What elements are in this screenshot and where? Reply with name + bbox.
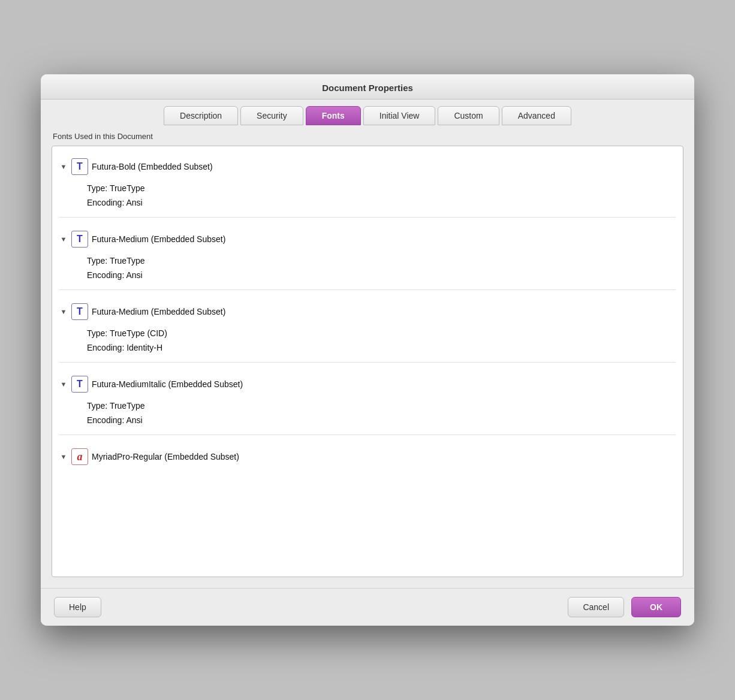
font-header[interactable]: ▼Futura-MediumItalic (Embedded Subset) [52, 373, 683, 395]
chevron-down-icon: ▼ [59, 307, 68, 316]
font-entry: ▼Futura-Medium (Embedded Subset)Type: Tr… [52, 225, 683, 297]
font-encoding: Encoding: Ansi [87, 413, 683, 427]
font-type: Type: TrueType [87, 181, 683, 195]
font-type-icon-t [71, 231, 88, 248]
font-name: MyriadPro-Regular (Embedded Subset) [92, 452, 239, 461]
fonts-list[interactable]: ▼Futura-Bold (Embedded Subset)Type: True… [52, 146, 683, 577]
tabs-bar: DescriptionSecurityFontsInitial ViewCust… [41, 99, 694, 125]
font-type-icon-t [71, 303, 88, 320]
font-name: Futura-Medium (Embedded Subset) [92, 234, 225, 244]
divider [59, 217, 676, 218]
font-name: Futura-Bold (Embedded Subset) [92, 162, 213, 171]
fonts-panel: ▼Futura-Bold (Embedded Subset)Type: True… [52, 146, 683, 577]
font-details: Type: TrueTypeEncoding: Ansi [52, 177, 683, 213]
font-details: Type: TrueTypeEncoding: Ansi [52, 250, 683, 286]
font-entry: ▼Futura-Medium (Embedded Subset)Type: Tr… [52, 297, 683, 370]
font-details: Type: TrueType (CID)Encoding: Identity-H [52, 322, 683, 358]
font-entry: ▼MyriadPro-Regular (Embedded Subset) [52, 442, 683, 471]
font-details: Type: TrueTypeEncoding: Ansi [52, 395, 683, 431]
help-button[interactable]: Help [54, 597, 101, 617]
document-properties-dialog: Document Properties DescriptionSecurityF… [41, 74, 694, 626]
ok-button[interactable]: OK [631, 597, 681, 617]
font-type: Type: TrueType [87, 254, 683, 268]
font-entry: ▼Futura-Bold (Embedded Subset)Type: True… [52, 152, 683, 225]
tab-initial-view[interactable]: Initial View [363, 106, 436, 125]
font-encoding: Encoding: Ansi [87, 268, 683, 282]
tab-description[interactable]: Description [164, 106, 238, 125]
font-entry: ▼Futura-MediumItalic (Embedded Subset)Ty… [52, 370, 683, 442]
font-type-icon-a [71, 448, 88, 465]
font-type-icon-t [71, 376, 88, 393]
tab-security[interactable]: Security [240, 106, 303, 125]
chevron-down-icon: ▼ [59, 452, 68, 461]
section-label: Fonts Used in this Document [52, 132, 683, 141]
tab-advanced[interactable]: Advanced [502, 106, 571, 125]
font-header[interactable]: ▼Futura-Bold (Embedded Subset) [52, 156, 683, 177]
font-type: Type: TrueType [87, 399, 683, 413]
font-type: Type: TrueType (CID) [87, 326, 683, 340]
content-area: Fonts Used in this Document ▼Futura-Bold… [41, 125, 694, 588]
font-header[interactable]: ▼Futura-Medium (Embedded Subset) [52, 301, 683, 322]
font-name: Futura-Medium (Embedded Subset) [92, 307, 225, 316]
font-header[interactable]: ▼MyriadPro-Regular (Embedded Subset) [52, 446, 683, 467]
font-encoding: Encoding: Identity-H [87, 340, 683, 355]
font-header[interactable]: ▼Futura-Medium (Embedded Subset) [52, 228, 683, 250]
cancel-button[interactable]: Cancel [568, 597, 624, 617]
divider [59, 362, 676, 363]
divider [59, 289, 676, 290]
bottom-bar: Help Cancel OK [41, 588, 694, 626]
chevron-down-icon: ▼ [59, 235, 68, 243]
dialog-title: Document Properties [322, 83, 413, 93]
dialog-title-bar: Document Properties [41, 74, 694, 99]
font-type-icon-t [71, 158, 88, 175]
font-name: Futura-MediumItalic (Embedded Subset) [92, 379, 243, 389]
chevron-down-icon: ▼ [59, 162, 68, 171]
chevron-down-icon: ▼ [59, 380, 68, 388]
tab-fonts[interactable]: Fonts [306, 106, 361, 125]
font-encoding: Encoding: Ansi [87, 195, 683, 210]
divider [59, 435, 676, 435]
tab-custom[interactable]: Custom [438, 106, 499, 125]
